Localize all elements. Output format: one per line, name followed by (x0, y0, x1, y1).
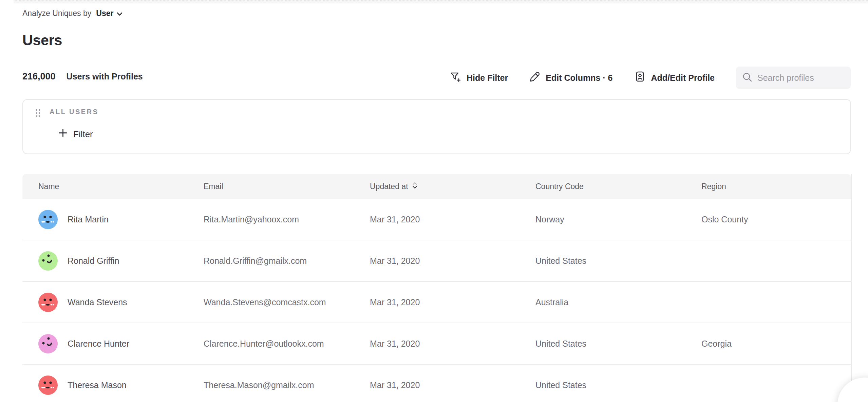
user-name[interactable]: Ronald Griffin (68, 256, 119, 266)
stats-row: 216,000 Users with Profiles (22, 71, 143, 82)
add-edit-profile-label: Add/Edit Profile (651, 73, 715, 83)
search-profiles-box[interactable] (736, 67, 851, 89)
user-country: Norway (535, 215, 701, 224)
user-name[interactable]: Wanda Stevens (68, 297, 127, 307)
user-updated-at: Mar 31, 2020 (370, 256, 535, 266)
column-header-name[interactable]: Name (38, 182, 204, 191)
user-email: Clarence.Hunter@outlookx.com (204, 339, 370, 349)
user-avatar (38, 251, 58, 271)
add-filter-label: Filter (73, 129, 93, 140)
pencil-icon (529, 71, 541, 85)
search-profiles-input[interactable] (757, 73, 845, 83)
column-header-region[interactable]: Region (701, 182, 851, 191)
name-cell: Ronald Griffin (38, 251, 204, 271)
user-region: Oslo County (701, 215, 851, 224)
column-header-country-code[interactable]: Country Code (535, 182, 701, 191)
analyze-uniques-label: Analyze Uniques by (22, 9, 91, 18)
table-row[interactable]: Rita Martin Rita.Martin@yahoox.com Mar 3… (22, 199, 851, 240)
users-table: Name Email Updated at Country Code Regio… (22, 174, 852, 402)
user-updated-at: Mar 31, 2020 (370, 380, 535, 390)
column-header-updated-at[interactable]: Updated at (370, 181, 535, 191)
user-count: 216,000 (22, 71, 56, 82)
add-filter-button[interactable]: Filter (58, 128, 93, 140)
user-country: United States (535, 256, 701, 266)
column-header-email[interactable]: Email (204, 182, 370, 191)
analyze-uniques-row: Analyze Uniques by User (22, 9, 122, 18)
user-name[interactable]: Theresa Mason (68, 380, 127, 390)
user-email: Rita.Martin@yahoox.com (204, 215, 370, 224)
user-country: United States (535, 380, 701, 390)
hide-filter-button[interactable]: Hide Filter (449, 71, 508, 85)
user-email: Ronald.Griffin@gmailx.com (204, 256, 370, 266)
top-edge-strip (14, 0, 868, 3)
table-row[interactable]: Wanda Stevens Wanda.Stevens@comcastx.com… (22, 282, 851, 323)
all-users-group-label: ALL USERS (50, 108, 98, 116)
user-name[interactable]: Clarence Hunter (68, 339, 129, 349)
user-name[interactable]: Rita Martin (68, 215, 109, 224)
filter-panel: ALL USERS Filter (22, 99, 851, 154)
user-email: Theresa.Mason@gmailx.com (204, 380, 370, 390)
user-region: Georgia (701, 339, 851, 349)
edit-columns-button[interactable]: Edit Columns · 6 (529, 71, 612, 85)
analyze-by-dropdown[interactable]: User (96, 9, 122, 18)
add-edit-profile-button[interactable]: Add/Edit Profile (634, 71, 715, 85)
toolbar: Hide Filter Edit Columns · 6 Add/Edit Pr… (449, 67, 851, 89)
user-email: Wanda.Stevens@comcastx.com (204, 297, 370, 307)
table-row[interactable]: Ronald Griffin Ronald.Griffin@gmailx.com… (22, 240, 851, 282)
plus-icon (58, 128, 68, 140)
name-cell: Rita Martin (38, 210, 204, 229)
name-cell: Clarence Hunter (38, 334, 204, 353)
funnel-plus-icon (449, 71, 461, 85)
user-updated-at: Mar 31, 2020 (370, 339, 535, 349)
user-country: United States (535, 339, 701, 349)
user-avatar (38, 376, 58, 395)
chevron-down-icon (117, 9, 122, 18)
page-title: Users (22, 32, 62, 49)
user-avatar (38, 210, 58, 229)
hide-filter-label: Hide Filter (467, 73, 508, 83)
user-avatar (38, 334, 58, 353)
name-cell: Theresa Mason (38, 376, 204, 395)
table-row[interactable]: Clarence Hunter Clarence.Hunter@outlookx… (22, 323, 851, 365)
user-country: Australia (535, 297, 701, 307)
user-updated-at: Mar 31, 2020 (370, 297, 535, 307)
user-avatar (38, 293, 58, 312)
sort-icon[interactable] (412, 181, 417, 191)
drag-handle-icon[interactable] (35, 109, 41, 119)
search-icon (742, 72, 753, 84)
user-count-label: Users with Profiles (67, 72, 143, 81)
table-row[interactable]: Theresa Mason Theresa.Mason@gmailx.com M… (22, 365, 851, 402)
profile-card-icon (634, 71, 646, 85)
name-cell: Wanda Stevens (38, 293, 204, 312)
table-header: Name Email Updated at Country Code Regio… (22, 174, 851, 199)
users-page: Analyze Uniques by User Users 216,000 Us… (0, 0, 868, 402)
user-updated-at: Mar 31, 2020 (370, 215, 535, 224)
edit-columns-label: Edit Columns · 6 (546, 73, 612, 83)
analyze-by-value: User (96, 9, 113, 18)
